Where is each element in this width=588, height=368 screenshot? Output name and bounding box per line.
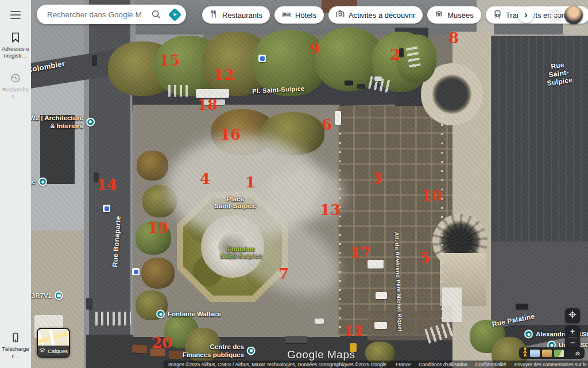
chip-mus-es[interactable]: Musées [427, 6, 481, 24]
som-mark-3: 3 [372, 171, 382, 186]
imagery-thumbnail[interactable] [542, 350, 552, 357]
user-avatar[interactable] [564, 6, 583, 24]
poi-pin-icon [55, 292, 63, 300]
google-apps-grid-icon[interactable] [550, 10, 560, 21]
som-mark-13: 13 [320, 202, 341, 217]
som-mark-14: 14 [96, 177, 117, 192]
bus-stop-icon[interactable] [132, 268, 140, 275]
poi-aw2-architecture-interiors[interactable]: AW2 | Architecture & Interiors [25, 114, 95, 131]
chip-restaurants[interactable]: Restaurants [202, 6, 270, 24]
layers-icon [39, 347, 45, 355]
menu-icon[interactable] [10, 11, 21, 19]
attribution-bar: Images ©2025 Airbus, CNES / Airbus, Maxa… [164, 361, 588, 368]
som-mark-19: 19 [148, 220, 168, 235]
pegman-icon[interactable] [523, 347, 528, 359]
som-mark-8: 8 [448, 30, 459, 45]
feedback-link[interactable]: Envoyer des commentaires sur le produit [514, 362, 588, 367]
chip-label: Hôtels [295, 11, 316, 20]
som-mark-18: 18 [197, 97, 218, 112]
sidebar-item-download-app[interactable]: Télécharger… [1, 332, 30, 360]
region-label: France [396, 362, 411, 367]
sidebar-item-label: Adresses enregistr… [1, 45, 30, 60]
chip-h-tels[interactable]: Hôtels [274, 6, 324, 24]
poi-label: Stu [582, 330, 588, 338]
chips-scroll-right-button[interactable]: › [518, 7, 534, 23]
camera-icon [336, 10, 345, 20]
imagery-credits: Images ©2025 Airbus, CNES / Airbus, Maxa… [168, 362, 386, 367]
zoom-control: + − [565, 325, 580, 348]
chip-activit-s-d-couvrir[interactable]: Activités à découvrir [328, 6, 423, 24]
som-mark-7: 7 [278, 266, 289, 281]
imagery-thumbnail[interactable] [554, 350, 564, 357]
left-sidebar: Adresses enregistr… Recherches… Téléchar… [0, 0, 31, 368]
poi-label: Fontaine Wallace [168, 310, 222, 318]
som-mark-2: 2 [390, 47, 400, 62]
som-mark-17: 17 [350, 245, 371, 260]
sidebar-item-label: Recherches… [1, 86, 30, 101]
som-mark-6: 6 [322, 117, 332, 132]
restaurant-icon [210, 10, 218, 20]
poi-fontaine-wallace[interactable]: Fontaine Wallace [156, 310, 222, 319]
poi-pin-icon [86, 118, 95, 126]
zoom-in-button[interactable]: + [565, 325, 580, 337]
som-mark-15: 15 [159, 53, 180, 68]
search-icon[interactable] [150, 9, 162, 20]
poi-pin-icon [156, 310, 165, 319]
chip-label: Activités à découvrir [349, 11, 415, 20]
imagery-bar [519, 347, 585, 359]
som-mark-5: 5 [420, 250, 430, 265]
sidebar-item-saved[interactable]: Adresses enregistr… [1, 32, 30, 60]
poi-label: Centre des Finances publiques [183, 343, 244, 359]
som-mark-16: 16 [220, 127, 241, 142]
sidebar-item-label: Télécharger… [1, 346, 30, 360]
map-place-label-place-saint-sulpice: Place Saint-Sulpice [214, 195, 257, 209]
transit-icon [493, 10, 502, 20]
bus-stop-icon[interactable] [258, 55, 266, 62]
som-mark-10: 10 [421, 188, 442, 203]
som-mark-1: 1 [245, 175, 256, 190]
som-mark-11: 11 [343, 323, 364, 338]
poi-pin-icon [38, 178, 47, 186]
poi-pin-icon [524, 330, 533, 339]
bus-stop-icon[interactable] [103, 205, 110, 212]
layers-widget[interactable]: Calques [37, 328, 70, 358]
chip-label: Restaurants [222, 11, 262, 20]
privacy-link[interactable]: Confidentialité [475, 362, 506, 367]
history-icon [10, 72, 21, 84]
search-input[interactable] [46, 10, 142, 20]
church-nave-roof [491, 36, 588, 243]
bookmark-icon [10, 32, 21, 43]
poi-pin-icon [247, 347, 256, 355]
street-label-rue-saint-sulpice: Rue Saint-Sulpice [543, 60, 575, 88]
collapse-chevron-icon[interactable] [574, 350, 581, 356]
layers-label: Calques [48, 348, 68, 354]
google-maps-watermark: Google Maps [287, 348, 355, 361]
imagery-thumbnail[interactable] [530, 350, 540, 357]
som-mark-12: 12 [214, 67, 234, 82]
my-location-icon [568, 310, 577, 321]
sidebar-item-recents[interactable]: Recherches… [1, 72, 30, 101]
poi-label: AW2 | Architecture & Interiors [25, 114, 83, 131]
map-canvas[interactable]: ColombierPl. Saint-SulpiceRue Saint-Sulp… [0, 0, 588, 368]
som-mark-20: 20 [152, 335, 172, 350]
google-maps-window: ColombierPl. Saint-SulpiceRue Saint-Sulp… [0, 0, 588, 368]
poi-centre-des-finances-publiques[interactable]: Centre des Finances publiques [183, 343, 256, 359]
phone-icon [10, 332, 21, 343]
terms-link[interactable]: Conditions d'utilisation [419, 362, 467, 367]
hotel-icon [282, 10, 291, 20]
poi-stu[interactable]: Stu [579, 330, 588, 339]
search-bar: ➤ [37, 5, 186, 24]
museum-icon [435, 10, 443, 20]
som-mark-9: 9 [310, 41, 320, 56]
chip-label: Musées [447, 11, 474, 20]
map-place-label-fontaine-saint-sulpice: Fontaine Saint-Sulpice [220, 246, 262, 259]
my-location-button[interactable] [565, 308, 580, 323]
som-mark-4: 4 [200, 171, 210, 186]
directions-icon[interactable]: ➤ [169, 9, 181, 21]
